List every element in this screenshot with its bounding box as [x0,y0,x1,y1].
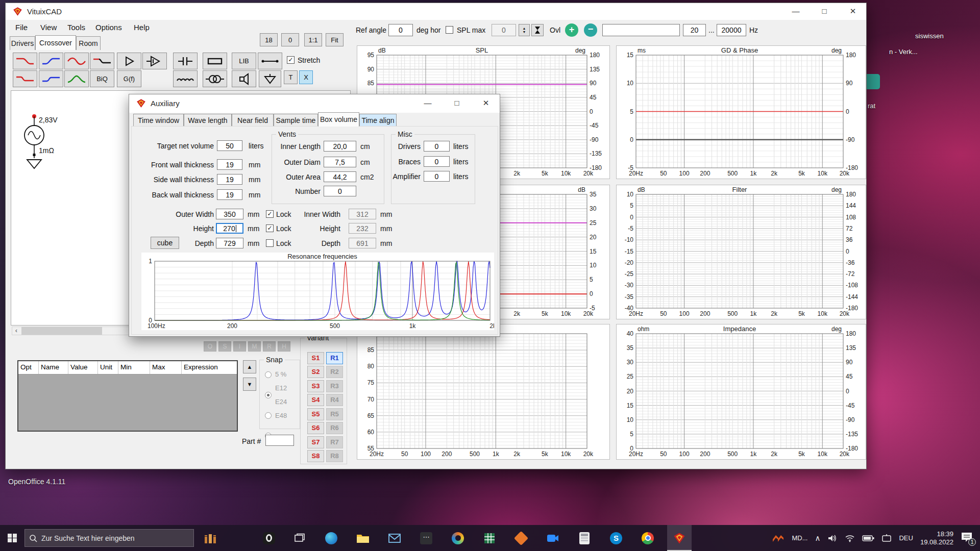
variant-r8[interactable]: R8 [326,450,343,462]
taskbar-search-box[interactable]: Zur Suche Text hier eingeben [24,529,194,547]
variant-r5[interactable]: R5 [326,408,343,420]
minimize-button[interactable]: — [781,3,810,19]
zoom-1to1-button[interactable]: 1:1 [304,33,322,46]
snap-radio-5pct[interactable] [265,371,272,378]
outer-area-input[interactable]: 44,2 [324,171,356,182]
outer-diam-input[interactable]: 7,5 [324,157,356,167]
inner-length-input[interactable]: 20,0 [324,141,356,152]
maximize-button[interactable]: □ [810,3,839,19]
taskbar-icon-camera-app[interactable] [541,525,565,551]
variant-r1[interactable]: R1 [326,352,343,364]
volume-icon[interactable] [827,534,838,542]
speaker-button[interactable] [232,70,256,87]
misc-amplifier-input[interactable]: 0 [424,171,450,182]
col-header-min[interactable]: Min [118,361,150,374]
desktop-icon-label[interactable]: rat [868,102,875,110]
taskbar-icon-adobe[interactable] [509,525,533,551]
dialog-tab-time-align[interactable]: Time align [359,114,397,127]
highpass-block-button[interactable] [39,53,63,69]
wifi-icon[interactable] [845,534,855,542]
clock[interactable]: 18:39 19.08.2022 [920,530,953,546]
target-net-volume-input[interactable]: 50 [217,140,242,151]
taskbar-icon-skype[interactable]: S [604,525,628,551]
tab-room[interactable]: Room [76,36,101,50]
variant-s5[interactable]: S5 [307,408,324,420]
variant-s8[interactable]: S8 [307,450,324,462]
col-header-value[interactable]: Value [68,361,98,374]
tab-crossover[interactable]: Crossover [35,35,76,50]
menu-help[interactable]: Help [131,20,153,35]
col-header-name[interactable]: Name [39,361,68,374]
ground-button[interactable] [259,70,281,87]
variant-r6[interactable]: R6 [326,422,343,434]
notification-center-button[interactable]: 1 [961,532,975,545]
dialog-maximize-button[interactable]: □ [445,95,469,111]
variant-s4[interactable]: S4 [307,394,324,406]
desktop-icon-label[interactable]: n - Verk... [889,48,918,56]
taskbar-icon-calculator[interactable] [572,525,597,551]
taskbar-icon-mail[interactable] [382,525,407,551]
capacitor-button[interactable] [173,53,198,69]
scroll-left-icon[interactable]: ‹ [12,327,20,335]
tray-chevron-icon[interactable]: ∧ [815,534,820,543]
dialog-tab-near-field[interactable]: Near field [232,114,274,127]
outer-height-input[interactable]: 270 [216,223,243,234]
dialog-tab-box-volume[interactable]: Box volume [318,112,359,127]
taskbar-icon-opera[interactable] [257,525,281,551]
lock-width-checkbox[interactable]: ✓ [266,210,274,218]
col-header-expression[interactable]: Expression [182,361,237,374]
desktop-shortcut-icon[interactable] [865,74,880,89]
overlay-name-input[interactable] [602,24,680,36]
variant-s6[interactable]: S6 [307,422,324,434]
highshelf-block-button[interactable] [39,70,63,87]
hourglass-button[interactable] [531,24,544,36]
library-button[interactable]: LIB [232,53,256,69]
misc-braces-input[interactable]: 0 [424,156,450,167]
taskbar-icon-terminal[interactable]: ⋯ [414,525,438,551]
cast-icon[interactable] [881,534,892,542]
taskbar-icon-spreadsheet[interactable] [477,525,502,551]
battery-icon[interactable] [862,535,874,542]
peak-block-button[interactable] [64,70,89,87]
language-indicator[interactable]: DEU [899,534,913,542]
transformer-button[interactable] [203,70,227,87]
delete-tool-button[interactable]: X [299,70,313,84]
snap-radio-e24[interactable] [265,412,272,419]
tray-overflow-text[interactable]: MD... [792,534,807,542]
col-header-max[interactable]: Max [150,361,182,374]
overlay-remove-button[interactable]: − [584,23,597,37]
openoffice-label[interactable]: OpenOffice 4.1.11 [8,478,65,486]
dialog-tab-wave-length[interactable]: Wave length [184,114,232,127]
mode-button-m[interactable]: M [248,341,261,352]
wire-button[interactable] [258,53,282,69]
transfer-function-button[interactable]: G(f) [117,70,141,87]
lock-depth-checkbox[interactable] [266,239,274,247]
part-number-input[interactable] [265,435,294,446]
opamp-block-button[interactable] [142,53,167,69]
md-tray-icon[interactable] [772,533,785,543]
vent-number-input[interactable]: 0 [324,186,356,196]
desktop-icon-label[interactable]: siswissen [915,32,944,40]
variant-r3[interactable]: R3 [326,380,343,392]
scrollbar-thumb[interactable] [21,327,102,335]
mode-button-r[interactable]: R [263,341,276,352]
variant-s3[interactable]: S3 [307,380,324,392]
dialog-tab-sample-time[interactable]: Sample time [274,114,318,127]
front-wall-input[interactable]: 19 [217,159,242,170]
ref-angle-input[interactable]: 0 [388,24,413,36]
taskbar-icon-vituixcad[interactable] [667,525,692,551]
taskbar-icon-chrome[interactable] [635,525,660,551]
side-wall-input[interactable]: 19 [217,174,242,185]
dialog-minimize-button[interactable]: — [416,95,439,111]
menu-options[interactable]: Options [92,20,125,35]
biquad-button[interactable]: BiQ [90,70,114,87]
spl-max-input[interactable]: 0 [492,24,516,36]
text-tool-button[interactable]: T [284,70,298,84]
spl-max-checkbox[interactable] [446,26,453,34]
mode-button-i[interactable]: I [233,341,246,352]
schematic-grid-button[interactable]: 18 [260,33,278,46]
variant-s1[interactable]: S1 [307,352,324,364]
dialog-tab-time-window[interactable]: Time window [133,114,184,127]
variant-s7[interactable]: S7 [307,436,324,448]
overlay-add-button[interactable]: + [565,23,578,37]
